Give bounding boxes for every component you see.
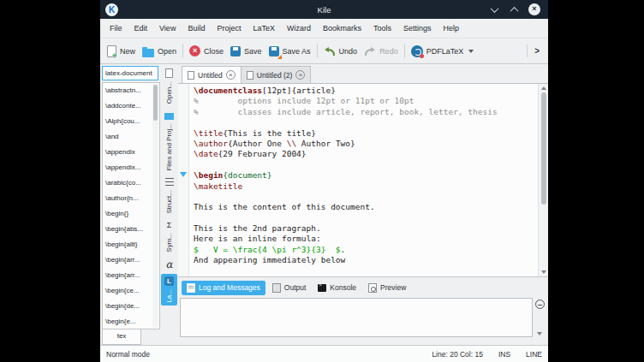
redo-button[interactable]: Redo [361, 44, 402, 59]
command-list-item[interactable]: \begin{abs... [103, 222, 159, 237]
undo-icon [324, 46, 336, 56]
menu-item-latex[interactable]: LaTeX [247, 21, 281, 35]
sidebar-tab-symbols[interactable]: Sym... [161, 217, 177, 255]
menu-item-tools[interactable]: Tools [367, 21, 397, 35]
preview-icon [368, 283, 377, 293]
code-line: \maketitle [194, 181, 538, 192]
tab-close-icon[interactable]: × [226, 70, 236, 80]
command-list-scrollbar[interactable] [152, 84, 158, 328]
editor-tab-2[interactable]: Untitled (2)× [241, 66, 312, 83]
save-button-label: Save [244, 47, 262, 56]
latex-commands-icon [164, 276, 174, 286]
output-icon [272, 283, 281, 293]
menu-item-edit[interactable]: Edit [128, 21, 154, 35]
editor-tab-label: Untitled (2) [257, 71, 293, 80]
tex-tab[interactable]: tex [102, 329, 141, 345]
chevron-down-icon [468, 50, 474, 53]
editor-column: Untitled×Untitled (2)× \documentclass[12… [178, 64, 548, 345]
command-list-item[interactable]: \and [103, 129, 159, 145]
menu-item-file[interactable]: File [104, 21, 128, 35]
editor-gutter [178, 84, 189, 276]
command-list-item[interactable]: \begin{} [103, 206, 159, 222]
log-icon [187, 283, 195, 293]
save-as-button[interactable]: Save As [265, 44, 314, 59]
new-button[interactable]: New [104, 43, 139, 60]
command-list-item[interactable]: \appendix [103, 145, 159, 160]
menu-item-settings[interactable]: Settings [397, 21, 438, 35]
command-list-item[interactable]: \begin{allt} [103, 237, 159, 252]
command-category-input[interactable] [102, 66, 158, 80]
code-line [194, 160, 538, 170]
bottom-tab-preview[interactable]: Preview [363, 281, 411, 295]
menu-item-wizard[interactable]: Wizard [281, 21, 317, 35]
sidebar-tab-label: La... [166, 289, 173, 303]
close-window-button[interactable]: × [528, 3, 540, 15]
bottom-tab-output[interactable]: Output [267, 281, 312, 295]
code-line: \author{Author One \\ Author Two} [194, 139, 538, 149]
sidebar-tab-structure[interactable]: Struct... [161, 175, 177, 217]
code-line: % classes include article, report, book,… [194, 107, 538, 117]
status-insert-mode[interactable]: INS [498, 350, 510, 359]
status-eol-mode[interactable]: LINE [526, 350, 542, 359]
save-button[interactable]: Save [227, 44, 265, 59]
command-list-item[interactable]: \begin{arr... [103, 268, 159, 283]
close-document-button[interactable]: × Close [186, 43, 227, 59]
code-line: $ V = \frac{4 \pi r^3}{3} $. [194, 245, 538, 255]
code-area[interactable]: \documentclass[12pt]{article}% options i… [189, 84, 538, 276]
konsole-icon [318, 284, 326, 292]
code-line: And appearing immediately below [194, 255, 538, 265]
pdflatex-icon [411, 45, 423, 57]
command-list-item[interactable]: \abstractn... [103, 83, 159, 98]
menu-item-build[interactable]: Build [182, 21, 211, 35]
undo-button[interactable]: Undo [320, 44, 361, 59]
bottom-tab-log-and-messages[interactable]: Log and Messages [182, 281, 265, 295]
menu-item-project[interactable]: Project [211, 21, 247, 35]
new-document-icon [107, 45, 116, 57]
command-list-item[interactable]: \author{n... [103, 191, 159, 206]
open-button[interactable]: Open [139, 43, 180, 60]
kile-logo-icon: K [105, 3, 118, 16]
title-bar: K Kile × [100, 0, 548, 19]
new-button-label: New [120, 47, 135, 56]
editor-scrollbar[interactable] [538, 84, 548, 276]
editor-tab-bar: Untitled×Untitled (2)× [178, 66, 548, 84]
sidebar-tab-open-documents[interactable]: Open... [161, 66, 177, 106]
command-list: \abstractn...\addconte...\Alph{cou...\an… [102, 82, 160, 329]
command-list-item[interactable]: \appendix... [103, 160, 159, 175]
fold-arrow-icon[interactable] [180, 172, 187, 177]
save-as-icon [269, 46, 279, 56]
toolbar-separator [317, 44, 318, 58]
code-line: \title{This is the title} [194, 128, 538, 139]
sidebar-vertical-tabs: Open...Files and Proj...Struct...Sym...α… [160, 64, 178, 345]
command-list-item[interactable]: \begin{de... [103, 299, 159, 314]
command-list-item[interactable]: \begin{e... [103, 314, 159, 329]
log-panel[interactable] [180, 298, 533, 337]
scrollbar-handle[interactable] [541, 92, 546, 205]
toolbar-overflow-button[interactable]: > [527, 45, 545, 57]
command-list-item[interactable]: \begin{ce... [103, 283, 159, 299]
command-list-item[interactable]: \begin{arr... [103, 252, 159, 268]
sidebar-tab-files-projects[interactable]: Files and Proj... [161, 108, 177, 174]
maximize-button[interactable] [509, 4, 519, 15]
menu-item-view[interactable]: View [153, 21, 182, 35]
panel-scroll-down-icon[interactable] [537, 332, 542, 335]
menu-item-help[interactable]: Help [438, 21, 466, 35]
tab-close-icon[interactable]: × [295, 70, 305, 80]
scrollbar-handle[interactable] [153, 85, 158, 121]
editor-tab-1[interactable]: Untitled× [182, 66, 242, 83]
command-list-item[interactable]: \Alph{cou... [103, 114, 159, 129]
scroll-down-icon[interactable] [541, 270, 546, 274]
menu-item-bookmarks[interactable]: Bookmarks [317, 21, 367, 35]
command-list-item[interactable]: \arabic{co... [103, 175, 159, 191]
bottom-tab-konsole[interactable]: Konsole [313, 281, 361, 294]
code-line [194, 213, 538, 223]
minimize-panel-button[interactable] [535, 300, 545, 309]
command-list-item[interactable]: \addconte... [103, 98, 159, 114]
sidebar-tab-label: Struct... [166, 190, 173, 214]
sidebar-tab-latex-commands[interactable]: La... [161, 274, 177, 306]
status-cursor-position[interactable]: Line: 20 Col: 15 [432, 350, 483, 359]
minimize-button[interactable] [489, 4, 499, 15]
scroll-up-icon[interactable] [541, 86, 546, 90]
sidebar-tab-alpha[interactable]: α [161, 257, 177, 272]
build-command-button[interactable]: PDFLaTeX [408, 43, 478, 60]
